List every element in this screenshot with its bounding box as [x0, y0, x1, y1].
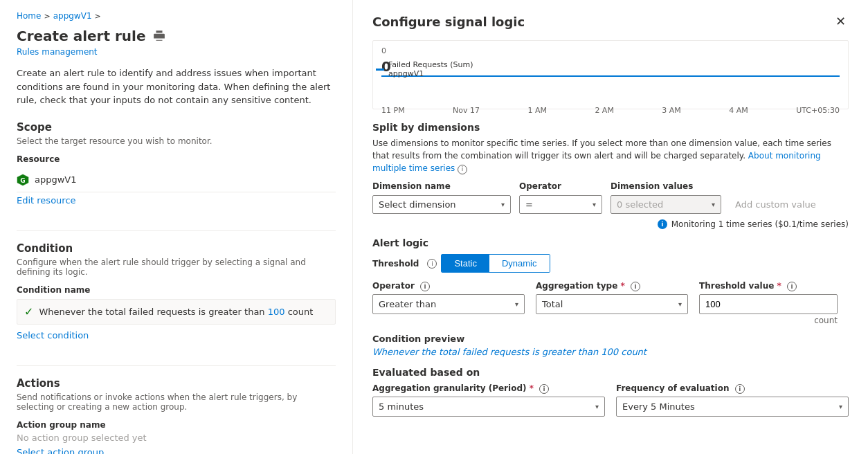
count-label: count	[699, 316, 838, 325]
resource-name: appgwV1	[35, 174, 77, 185]
actions-desc: Send notifications or invoke actions whe…	[17, 392, 336, 412]
resource-label: Resource	[17, 154, 336, 164]
condition-preview-text: Whenever the total failed requests is gr…	[372, 347, 849, 357]
dimension-chevron: ▾	[501, 201, 505, 208]
values-chevron: ▾	[712, 201, 715, 208]
threshold-value-col: Threshold value * i count	[699, 281, 838, 325]
action-group-placeholder: No action group selected yet	[17, 433, 336, 443]
condition-desc: Configure when the alert rule should tri…	[17, 257, 336, 277]
page-description: Create an alert rule to identify and add…	[17, 66, 336, 107]
operator-dd-chevron: ▾	[515, 300, 518, 308]
threshold-input[interactable]	[699, 294, 838, 314]
monitoring-note-text: Monitoring 1 time series ($0.1/time seri…	[671, 219, 849, 229]
chart-x-labels: 11 PM Nov 17 1 AM 2 AM 3 AM 4 AM UTC+05:…	[381, 106, 840, 115]
edit-resource-link[interactable]: Edit resource	[17, 195, 76, 206]
condition-text: Whenever the total failed requests is gr…	[39, 307, 313, 317]
monitoring-note: i Monitoring 1 time series ($0.1/time se…	[372, 219, 849, 229]
select-action-group-link[interactable]: Select action group	[17, 447, 104, 455]
legend-sub: appgwV1	[388, 69, 473, 78]
dimension-table-header: Dimension name Operator Dimension values	[372, 181, 849, 191]
dimension-select[interactable]: Select dimension ▾	[372, 195, 511, 214]
agg-type-value: Total	[542, 299, 563, 309]
panel-header: Configure signal logic ✕	[372, 14, 849, 29]
eval-row: Aggregation granularity (Period) * i 5 m…	[372, 383, 849, 417]
threshold-label: Threshold	[372, 259, 419, 269]
col-header-operator: Operator	[519, 181, 602, 191]
freq-chevron: ▾	[839, 403, 842, 410]
chart-utc: UTC+05:30	[796, 106, 840, 115]
static-toggle[interactable]: Static	[442, 255, 489, 272]
agg-type-dropdown[interactable]: Total ▾	[536, 294, 688, 314]
actions-title: Actions	[17, 377, 336, 390]
resource-type-icon: G	[17, 174, 29, 186]
page-title: Create alert rule	[17, 28, 146, 44]
monitoring-info-icon: i	[658, 219, 667, 229]
threshold-value-label: Threshold value * i	[699, 281, 838, 291]
breadcrumb-home[interactable]: Home	[17, 11, 41, 21]
agg-type-info-icon[interactable]: i	[631, 282, 640, 291]
breadcrumb: Home > appgwV1 >	[17, 11, 336, 21]
add-custom-value: Add custom value	[730, 196, 822, 213]
legend-color-bar	[376, 69, 384, 71]
select-condition-link[interactable]: Select condition	[17, 330, 89, 340]
split-info: Use dimensions to monitor specific time …	[372, 137, 849, 174]
freq-info-icon[interactable]: i	[735, 384, 745, 394]
period-value: 5 minutes	[379, 401, 424, 412]
period-col: Aggregation granularity (Period) * i 5 m…	[372, 383, 605, 417]
condition-preview-title: Condition preview	[372, 334, 849, 344]
chart-zero: 0	[381, 46, 391, 55]
operator-select-value: =	[525, 199, 533, 210]
agg-type-chevron: ▾	[678, 300, 682, 308]
col-header-values: Dimension values	[611, 181, 849, 191]
freq-label: Frequency of evaluation i	[616, 383, 849, 394]
operator-value: Greater than	[379, 299, 436, 309]
breadcrumb-resource[interactable]: appgwV1	[53, 11, 92, 21]
threshold-input-wrap: count	[699, 294, 838, 325]
close-button[interactable]: ✕	[833, 14, 849, 29]
right-panel: Configure signal logic ✕ 0 Failed Reques…	[353, 0, 868, 454]
threshold-val-info-icon[interactable]: i	[787, 282, 797, 291]
action-group-label: Action group name	[17, 420, 336, 430]
scope-title: Scope	[17, 121, 336, 134]
alert-logic-form-row: Operator i Greater than ▾ Aggregation ty…	[372, 281, 849, 325]
divider-1	[17, 230, 336, 231]
evaluated-title: Evaluated based on	[372, 367, 849, 378]
alert-logic-title: Alert logic	[372, 237, 849, 248]
chart-legend: Failed Requests (Sum) appgwV1	[376, 60, 473, 78]
divider-2	[17, 365, 336, 366]
info-icon-split[interactable]: i	[458, 165, 467, 174]
chart-svg	[381, 75, 840, 102]
operator-form-label: Operator i	[372, 281, 525, 291]
panel-title: Configure signal logic	[372, 15, 525, 29]
scope-desc: Select the target resource you wish to m…	[17, 136, 336, 146]
chart-area: 0 Failed Requests (Sum) appgwV1 0 11 PM …	[372, 40, 849, 109]
col-header-dimension: Dimension name	[372, 181, 511, 191]
dimension-row: Select dimension ▾ = ▾ 0 selected ▾ Add …	[372, 195, 849, 214]
freq-col: Frequency of evaluation i Every 5 Minute…	[616, 383, 849, 417]
operator-info-icon[interactable]: i	[420, 282, 430, 291]
period-dropdown[interactable]: 5 minutes ▾	[372, 397, 605, 417]
condition-link[interactable]: 100	[268, 307, 285, 317]
operator-dropdown[interactable]: Greater than ▾	[372, 294, 525, 314]
condition-item[interactable]: ✓ Whenever the total failed requests is …	[17, 299, 336, 325]
split-title: Split by dimensions	[372, 122, 849, 133]
rules-management-link[interactable]: Rules management	[17, 47, 336, 57]
threshold-row: Threshold i Static Dynamic	[372, 254, 849, 273]
threshold-info-icon[interactable]: i	[427, 259, 437, 269]
condition-name-label: Condition name	[17, 285, 336, 295]
freq-dropdown[interactable]: Every 5 Minutes ▾	[616, 397, 849, 417]
agg-type-col: Aggregation type * i Total ▾	[536, 281, 688, 314]
breadcrumb-sep1: >	[44, 12, 50, 21]
dimension-select-value: Select dimension	[379, 199, 456, 210]
legend-label: Failed Requests (Sum)	[388, 60, 473, 69]
period-chevron: ▾	[595, 403, 599, 410]
dynamic-toggle[interactable]: Dynamic	[489, 255, 550, 272]
freq-value: Every 5 Minutes	[622, 401, 695, 412]
period-info-icon[interactable]: i	[539, 384, 549, 394]
operator-select[interactable]: = ▾	[519, 195, 602, 214]
print-icon[interactable]	[153, 30, 165, 42]
values-select[interactable]: 0 selected ▾	[611, 195, 721, 214]
condition-check-icon: ✓	[24, 305, 33, 318]
threshold-toggle: Static Dynamic	[441, 254, 550, 273]
left-panel: Home > appgwV1 > Create alert rule Rules…	[0, 0, 353, 454]
